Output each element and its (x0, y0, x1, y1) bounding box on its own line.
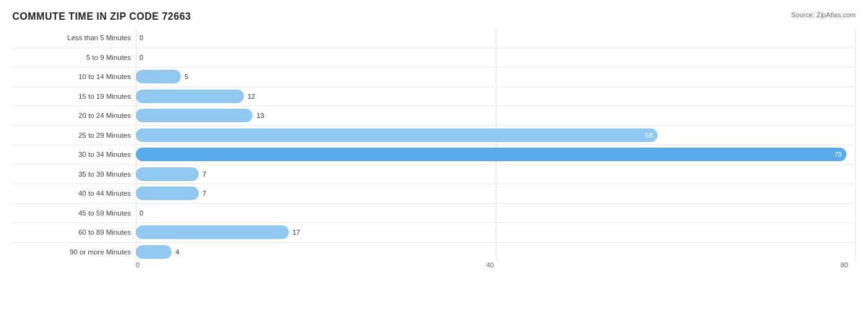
bar-row: 20 to 24 Minutes13 (12, 106, 856, 126)
chart-source: Source: ZipAtlas.com (791, 11, 856, 19)
row-label: 25 to 29 Minutes (12, 132, 136, 139)
row-label: 60 to 89 Minutes (12, 229, 136, 236)
bar-track: 5 (136, 70, 856, 83)
bar-track: 17 (136, 225, 856, 239)
chart-area: Less than 5 Minutes05 to 9 Minutes010 to… (12, 28, 856, 279)
bar-track: 79 (136, 148, 856, 161)
bar-row: 15 to 19 Minutes12 (12, 87, 856, 107)
row-label: Less than 5 Minutes (12, 34, 136, 41)
bar: 58 (136, 128, 657, 142)
x-axis: 04080 (136, 261, 856, 279)
bar-value: 12 (248, 93, 255, 100)
bar-track: 0 (136, 31, 856, 44)
bar-row: Less than 5 Minutes0 (12, 28, 856, 48)
row-label: 40 to 44 Minutes (12, 190, 136, 197)
chart-container: COMMUTE TIME IN ZIP CODE 72663 Source: Z… (0, 0, 868, 323)
x-axis-tick: 40 (486, 261, 494, 269)
bar-track: 58 (136, 128, 856, 142)
bar-value: 0 (140, 54, 143, 61)
bar-value: 5 (185, 73, 188, 80)
bar-value: 13 (256, 112, 264, 119)
row-label: 35 to 39 Minutes (12, 170, 136, 178)
row-label: 45 to 59 Minutes (12, 209, 136, 217)
bar-track: 12 (136, 90, 856, 103)
bar-track: 7 (136, 187, 856, 200)
bar-value: 7 (202, 170, 206, 178)
bar (136, 109, 252, 122)
chart-title: COMMUTE TIME IN ZIP CODE 72663 (12, 11, 191, 22)
bar-row: 10 to 14 Minutes5 (12, 67, 856, 87)
x-axis-tick: 80 (841, 261, 848, 269)
bar-row: 30 to 34 Minutes79 (12, 145, 856, 165)
chart-header: COMMUTE TIME IN ZIP CODE 72663 Source: Z… (12, 11, 856, 22)
row-label: 90 or more Minutes (12, 248, 136, 256)
bar (136, 167, 199, 181)
bar-track: 0 (136, 51, 856, 64)
bar-value: 7 (202, 190, 206, 197)
bar: 79 (136, 148, 846, 161)
bar-track: 7 (136, 167, 856, 181)
bar-value: 79 (834, 151, 841, 158)
bar-row: 45 to 59 Minutes0 (12, 204, 856, 224)
bar-value: 0 (140, 34, 143, 41)
bar (136, 90, 244, 103)
bar-value: 17 (293, 229, 300, 236)
bar (136, 70, 181, 83)
row-label: 15 to 19 Minutes (12, 93, 136, 100)
bar-value: 4 (175, 248, 179, 256)
rows-container: Less than 5 Minutes05 to 9 Minutes010 to… (12, 28, 856, 261)
bar-track: 13 (136, 109, 856, 122)
bar (136, 225, 289, 239)
bar-row: 40 to 44 Minutes7 (12, 184, 856, 204)
bar-row: 35 to 39 Minutes7 (12, 165, 856, 185)
bar (136, 187, 199, 200)
bar-value: 58 (645, 132, 653, 139)
bar-row: 25 to 29 Minutes58 (12, 126, 856, 146)
x-axis-tick: 0 (136, 261, 140, 269)
bar-row: 5 to 9 Minutes0 (12, 48, 856, 68)
bar-track: 0 (136, 206, 856, 220)
row-label: 10 to 14 Minutes (12, 73, 136, 80)
bar-row: 60 to 89 Minutes17 (12, 223, 856, 243)
bar (136, 245, 172, 259)
row-label: 20 to 24 Minutes (12, 112, 136, 119)
row-label: 30 to 34 Minutes (12, 151, 136, 158)
row-label: 5 to 9 Minutes (12, 54, 136, 61)
bar-row: 90 or more Minutes4 (12, 243, 856, 262)
bar-value: 0 (140, 209, 143, 217)
bar-track: 4 (136, 245, 856, 259)
